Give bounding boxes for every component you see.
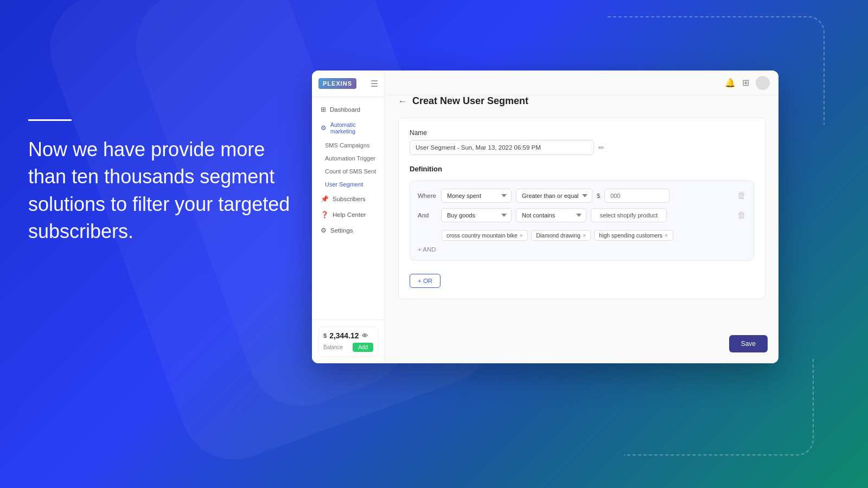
- and-delete-icon[interactable]: 🗑: [737, 210, 746, 220]
- tag-label-cross-country: cross country mountain bike: [446, 232, 518, 239]
- tag-diamond-drawing: Diamond drawing ×: [531, 230, 591, 241]
- tag-close-high-spending[interactable]: ×: [665, 232, 668, 239]
- sidebar: PLEXINS ☰ ⊞ Dashboard ⚙ Automatic market…: [312, 70, 385, 363]
- balance-eye-icon[interactable]: 👁: [362, 332, 368, 339]
- left-divider: [28, 119, 72, 121]
- nav-label-automatic-marketing: Automatic marketing: [330, 121, 376, 134]
- add-and-label: + AND: [418, 246, 436, 253]
- sidebar-item-help-center[interactable]: ❓ Help Center: [314, 207, 382, 222]
- sidebar-bottom: $ 2,344.12 👁 Balance Add: [312, 319, 385, 363]
- help-center-icon: ❓: [321, 211, 329, 219]
- balance-dollar-sign: $: [323, 332, 327, 339]
- subscribers-icon: 📌: [321, 195, 329, 203]
- sidebar-item-automation-trigger[interactable]: Automation Trigger: [312, 152, 385, 165]
- dashed-bottom-right: [624, 358, 814, 455]
- and-condition-select[interactable]: Buy goods: [441, 208, 512, 222]
- name-label: Name: [410, 129, 754, 137]
- nav-label-help-center: Help Center: [333, 211, 366, 218]
- edit-icon[interactable]: ✏: [598, 144, 604, 152]
- form-section: Name ✏ Definition Where Money spent: [398, 118, 765, 299]
- page-title: Creat New User Segment: [412, 95, 528, 107]
- balance-amount: $ 2,344.12 👁: [323, 331, 373, 340]
- main-content: 🔔 ⊞ ← Creat New User Segment Name ✏ Defi…: [385, 70, 778, 363]
- dashboard-icon: ⊞: [321, 106, 326, 113]
- settings-icon: ⚙: [321, 227, 327, 234]
- left-heading: Now we have provide more than ten thousa…: [28, 136, 299, 246]
- sidebar-item-sms-campaigns[interactable]: SMS Campaigns: [312, 139, 385, 152]
- and-row: And Buy goods Not contains select shopif…: [418, 208, 746, 222]
- balance-row: Balance Add: [323, 343, 373, 352]
- add-balance-button[interactable]: Add: [353, 343, 373, 352]
- where-label: Where: [418, 192, 437, 199]
- grid-icon[interactable]: ⊞: [742, 78, 749, 88]
- sidebar-item-count-sms-sent[interactable]: Count of SMS Sent: [312, 165, 385, 178]
- main-inner: ← Creat New User Segment Name ✏ Definiti…: [385, 70, 778, 312]
- app-window: PLEXINS ☰ ⊞ Dashboard ⚙ Automatic market…: [312, 70, 778, 363]
- sidebar-item-dashboard[interactable]: ⊞ Dashboard: [314, 102, 382, 117]
- notification-icon[interactable]: 🔔: [725, 78, 736, 88]
- and-label: And: [418, 212, 437, 219]
- sidebar-item-automatic-marketing[interactable]: ⚙ Automatic marketing: [314, 118, 382, 138]
- and-operator-select[interactable]: Not contains: [516, 208, 586, 222]
- topbar: 🔔 ⊞: [385, 70, 778, 95]
- definition-label: Definition: [410, 165, 754, 173]
- nav-label-sms-campaigns: SMS Campaigns: [325, 142, 370, 149]
- tag-close-diamond-drawing[interactable]: ×: [583, 232, 586, 239]
- sidebar-nav: ⊞ Dashboard ⚙ Automatic marketing SMS Ca…: [312, 97, 385, 319]
- page-header: ← Creat New User Segment: [398, 95, 765, 107]
- sidebar-logo: PLEXINS: [318, 78, 356, 89]
- tag-label-high-spending: high spending customers: [599, 232, 662, 239]
- tag-high-spending: high spending customers ×: [594, 230, 673, 241]
- save-button[interactable]: Save: [729, 335, 768, 352]
- nav-label-count-sms-sent: Count of SMS Sent: [325, 168, 376, 175]
- sidebar-item-settings[interactable]: ⚙ Settings: [314, 223, 382, 238]
- nav-label-automation-trigger: Automation Trigger: [325, 155, 375, 162]
- nav-label-user-segment: User Segment: [325, 181, 363, 188]
- add-or-label: + OR: [418, 278, 432, 284]
- tag-label-diamond-drawing: Diamond drawing: [536, 232, 580, 239]
- nav-label-dashboard: Dashboard: [330, 106, 360, 113]
- hamburger-icon[interactable]: ☰: [371, 79, 378, 89]
- user-avatar[interactable]: [756, 76, 770, 90]
- back-button[interactable]: ←: [398, 97, 407, 106]
- where-row: Where Money spent Greater than or equal …: [418, 189, 746, 203]
- sidebar-header: PLEXINS ☰: [312, 70, 385, 97]
- tags-row: cross country mountain bike × Diamond dr…: [418, 228, 746, 243]
- automatic-marketing-icon: ⚙: [321, 124, 327, 132]
- nav-label-settings: Settings: [330, 227, 353, 234]
- balance-label: Balance: [323, 344, 343, 350]
- where-value-input[interactable]: [604, 189, 669, 203]
- nav-label-subscribers: Subscribers: [333, 196, 366, 202]
- balance-value: 2,344.12: [329, 331, 359, 340]
- shopify-product-button[interactable]: select shopify product: [591, 208, 667, 222]
- add-and-button[interactable]: + AND: [418, 243, 746, 253]
- tag-cross-country: cross country mountain bike ×: [442, 230, 528, 241]
- left-content: Now we have provide more than ten thousa…: [28, 119, 299, 246]
- name-input-row: ✏: [410, 140, 754, 155]
- where-value-prefix: $: [597, 192, 600, 199]
- balance-section: $ 2,344.12 👁 Balance Add: [318, 326, 378, 357]
- name-input[interactable]: [410, 140, 594, 155]
- sidebar-item-user-segment[interactable]: User Segment: [312, 178, 385, 191]
- tag-close-cross-country[interactable]: ×: [520, 232, 523, 239]
- where-operator-select[interactable]: Greater than or equal: [516, 189, 592, 203]
- where-delete-icon[interactable]: 🗑: [737, 191, 746, 201]
- sidebar-item-subscribers[interactable]: 📌 Subscribers: [314, 191, 382, 207]
- where-condition-select[interactable]: Money spent: [441, 189, 512, 203]
- where-condition-block: Where Money spent Greater than or equal …: [410, 181, 754, 261]
- add-or-button[interactable]: + OR: [410, 274, 441, 288]
